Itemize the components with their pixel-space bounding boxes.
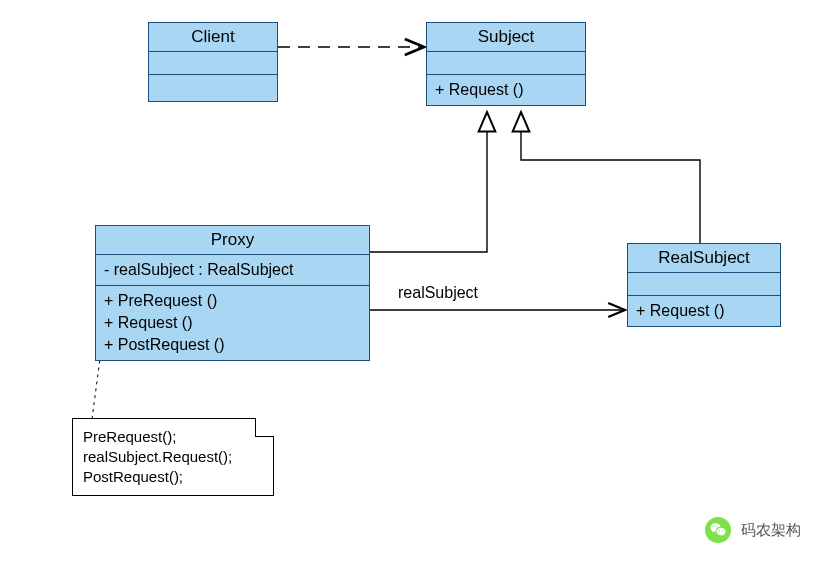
class-ops: + Request () xyxy=(628,296,780,326)
attr: - realSubject : RealSubject xyxy=(104,259,361,281)
class-ops xyxy=(149,75,277,101)
note-line: realSubject.Request(); xyxy=(83,447,263,467)
uml-class-realsubject: RealSubject + Request () xyxy=(627,243,781,327)
op: + PreRequest () xyxy=(104,290,361,312)
watermark-text: 码农架构 xyxy=(741,521,801,540)
class-attrs: - realSubject : RealSubject xyxy=(96,255,369,286)
class-attrs xyxy=(628,273,780,296)
note-line: PreRequest(); xyxy=(83,427,263,447)
note-line: PostRequest(); xyxy=(83,467,263,487)
class-title: RealSubject xyxy=(628,244,780,273)
watermark: 码农架构 xyxy=(705,517,801,543)
uml-class-proxy: Proxy - realSubject : RealSubject + PreR… xyxy=(95,225,370,361)
note-fold-icon xyxy=(255,418,274,437)
op: + Request () xyxy=(636,300,772,322)
edge-label-realsubject: realSubject xyxy=(398,284,478,302)
wechat-icon xyxy=(705,517,731,543)
class-title: Subject xyxy=(427,23,585,52)
class-ops: + PreRequest () + Request () + PostReque… xyxy=(96,286,369,360)
uml-note: PreRequest(); realSubject.Request(); Pos… xyxy=(72,418,274,496)
class-attrs xyxy=(149,52,277,75)
edge-proxy-subject xyxy=(370,112,487,252)
class-title: Client xyxy=(149,23,277,52)
class-title: Proxy xyxy=(96,226,369,255)
class-attrs xyxy=(427,52,585,75)
uml-class-client: Client xyxy=(148,22,278,102)
uml-class-subject: Subject + Request () xyxy=(426,22,586,106)
op: + Request () xyxy=(435,79,577,101)
op: + PostRequest () xyxy=(104,334,361,356)
class-ops: + Request () xyxy=(427,75,585,105)
op: + Request () xyxy=(104,312,361,334)
edge-realsubject-subject xyxy=(521,112,700,243)
